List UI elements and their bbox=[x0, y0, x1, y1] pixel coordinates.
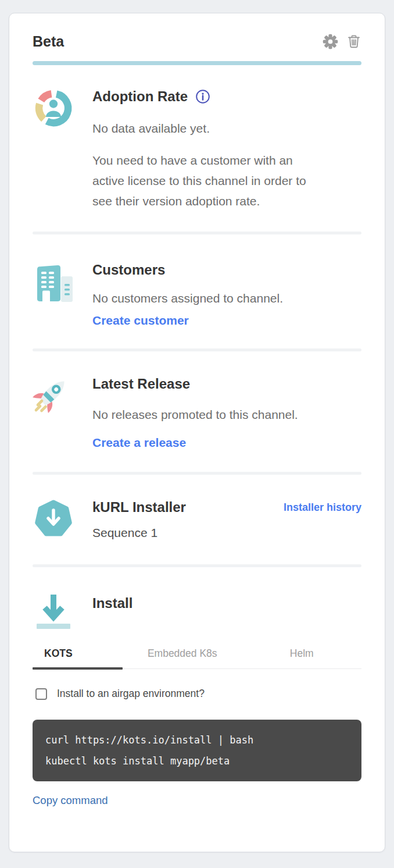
heptagon-download-icon bbox=[33, 532, 74, 542]
latest-release-empty-text: No releases promoted to this channel. bbox=[92, 406, 361, 424]
install-tabs: KOTS Embedded K8s Helm bbox=[33, 646, 361, 669]
airgap-checkbox-label: Install to an airgap environment? bbox=[57, 688, 205, 700]
info-circle-icon[interactable] bbox=[195, 89, 210, 104]
install-section: Install KOTS Embedded K8s Helm Install t… bbox=[33, 567, 361, 807]
tab-kots[interactable]: KOTS bbox=[33, 646, 123, 668]
rocket-icon bbox=[33, 408, 74, 418]
install-command-code: curl https://kots.io/install | bash kube… bbox=[33, 720, 361, 781]
installer-sequence: Sequence 1 bbox=[92, 524, 361, 542]
copy-command-link[interactable]: Copy command bbox=[33, 794, 108, 807]
create-release-link[interactable]: Create a release bbox=[92, 434, 186, 451]
kurl-installer-title: kURL Installer bbox=[92, 498, 186, 517]
airgap-checkbox[interactable] bbox=[35, 688, 47, 700]
tab-embedded-k8s[interactable]: Embedded K8s bbox=[123, 646, 242, 668]
adoption-rate-section: Adoption Rate No data available yet. You… bbox=[33, 65, 361, 232]
install-title: Install bbox=[92, 594, 361, 613]
kurl-installer-section: kURL Installer Installer history Sequenc… bbox=[33, 475, 361, 564]
adoption-description: You need to have a customer with an acti… bbox=[92, 150, 326, 211]
latest-release-title: Latest Release bbox=[92, 375, 361, 393]
create-customer-link[interactable]: Create customer bbox=[92, 312, 189, 329]
install-command-line: kubectl kots install myapp/beta bbox=[45, 750, 349, 771]
channel-card-header: Beta bbox=[33, 13, 361, 52]
adoption-rate-title: Adoption Rate bbox=[92, 87, 188, 106]
customers-section: Customers No customers assigned to chann… bbox=[33, 234, 361, 348]
install-command-line: curl https://kots.io/install | bash bbox=[45, 730, 349, 750]
tab-helm[interactable]: Helm bbox=[242, 646, 362, 668]
channel-actions bbox=[323, 34, 361, 49]
adoption-empty-text: No data available yet. bbox=[92, 120, 361, 137]
buildings-icon bbox=[33, 294, 74, 304]
trash-icon[interactable] bbox=[346, 34, 361, 49]
channel-name: Beta bbox=[33, 31, 64, 52]
channel-accent-bar bbox=[33, 61, 361, 65]
customers-title: Customers bbox=[92, 261, 361, 279]
donut-user-chart-icon bbox=[33, 121, 74, 131]
channel-card: Beta bbox=[9, 13, 385, 852]
installer-history-link[interactable]: Installer history bbox=[284, 501, 361, 514]
customers-empty-text: No customers assigned to channel. bbox=[92, 290, 361, 307]
download-arrow-icon bbox=[33, 624, 74, 634]
airgap-option-row: Install to an airgap environment? bbox=[33, 688, 361, 700]
gear-icon[interactable] bbox=[323, 34, 338, 49]
latest-release-section: Latest Release No releases promoted to t… bbox=[33, 351, 361, 472]
